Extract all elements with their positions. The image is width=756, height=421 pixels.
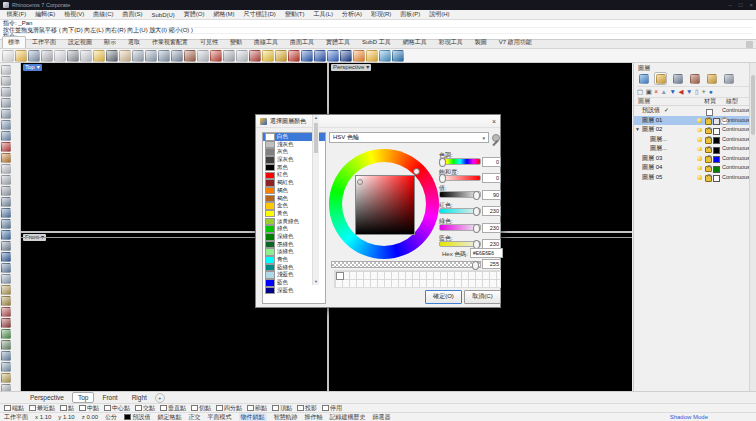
sidebar-tool-icon[interactable] (1, 362, 11, 372)
panel-tab[interactable] (637, 72, 650, 85)
sv-marker[interactable] (357, 179, 363, 185)
status-bar-item[interactable]: 操作軸 (305, 413, 323, 421)
toolbar-tab[interactable]: 變動 (224, 36, 248, 48)
toolbar-icon[interactable] (41, 50, 53, 62)
menu-item[interactable]: 面板(P) (396, 10, 425, 19)
slider-knob[interactable] (439, 174, 446, 183)
layer-linetype[interactable]: Continuous (722, 116, 750, 126)
checkbox[interactable] (297, 405, 304, 412)
toolbar-tab[interactable]: 網格工具 (397, 36, 433, 48)
slider-value-field[interactable]: 230 (482, 206, 501, 216)
toolbar-tab[interactable]: 顯示 (98, 36, 122, 48)
menu-item[interactable]: 檢視(V) (60, 10, 89, 19)
layers-tool-icon[interactable]: × (654, 88, 658, 96)
toolbar-icon[interactable] (249, 50, 261, 62)
viewport-label-top[interactable]: Top ▾ (23, 64, 42, 71)
layers-tool-icon[interactable]: ▣ (646, 88, 652, 96)
checkbox[interactable] (247, 405, 254, 412)
lock-icon[interactable] (705, 118, 712, 125)
layer-color-swatch[interactable] (713, 175, 720, 182)
panel-tab[interactable] (671, 72, 684, 85)
toolbar-icon[interactable] (353, 50, 365, 62)
menu-item[interactable]: 說明(H) (425, 10, 454, 19)
dialog-title-bar[interactable]: 選擇圖層顏色 × (256, 115, 500, 128)
toolbar-tab[interactable]: 曲線工具 (248, 36, 284, 48)
toolbar-tab[interactable]: 曲面工具 (284, 36, 320, 48)
menu-item[interactable]: 工具(L) (309, 10, 337, 19)
color-model-dropdown[interactable]: HSV 色輪 ▾ (329, 132, 489, 143)
scrollbar-thumb[interactable] (751, 75, 755, 135)
visibility-bulb-icon[interactable] (697, 147, 702, 152)
layers-tool-icon[interactable]: ✦ (701, 88, 706, 96)
menu-item[interactable]: 彩現(R) (366, 10, 395, 19)
lock-icon[interactable] (705, 128, 712, 135)
layer-linetype[interactable]: Continuous (722, 144, 750, 154)
checkbox[interactable] (191, 405, 198, 412)
slider-track[interactable] (439, 241, 481, 248)
sidebar-tool-icon[interactable] (1, 120, 11, 130)
toolbar-tab[interactable]: 選取 (122, 36, 146, 48)
checkbox[interactable] (60, 405, 67, 412)
sidebar-tool-icon[interactable] (1, 164, 11, 174)
sidebar-tool-icon[interactable] (1, 274, 11, 284)
panel-tab[interactable] (705, 72, 718, 85)
layer-row[interactable]: 圖層 04 Continuous (634, 163, 751, 173)
layer-color-swatch[interactable] (713, 156, 720, 163)
slider-track[interactable] (439, 208, 481, 215)
panel-tab[interactable] (688, 72, 701, 85)
named-color-item[interactable]: 深藍色 (263, 287, 325, 295)
scroll-down-icon[interactable]: ▼ (313, 279, 319, 285)
toolbar-tab[interactable]: SubD 工具 (356, 36, 397, 48)
layers-tool-icon[interactable]: ▼ (670, 88, 676, 96)
sidebar-tool-icon[interactable] (1, 329, 11, 339)
lock-icon[interactable] (705, 147, 712, 154)
layer-color-swatch[interactable] (713, 118, 720, 125)
status-bar-item[interactable]: 正交 (189, 413, 201, 421)
toolbar-icon[interactable] (366, 50, 378, 62)
sidebar-tool-icon[interactable] (1, 285, 11, 295)
custom-color-swatch-grid[interactable] (334, 270, 501, 288)
lock-icon[interactable] (705, 166, 712, 173)
panel-tab[interactable] (722, 72, 735, 85)
slider-track[interactable] (439, 158, 481, 165)
menu-item[interactable]: 曲線(C) (89, 10, 118, 19)
layer-linetype[interactable]: Continuous (722, 154, 750, 164)
layer-linetype[interactable]: Continuous (722, 173, 750, 183)
expand-arrow-icon[interactable]: ▼ (635, 125, 641, 135)
layer-row[interactable]: 圖層 03 Continuous (634, 154, 751, 164)
layer-row[interactable]: 圖層... Continuous (634, 144, 751, 154)
viewport-tab[interactable]: Top (72, 392, 94, 403)
toolbar-tab[interactable]: 作業視窗配置 (146, 36, 194, 48)
status-bar-item[interactable]: 物件鎖點 (239, 413, 267, 421)
close-button[interactable]: × (749, 2, 753, 8)
sidebar-tool-icon[interactable] (1, 109, 11, 119)
alpha-slider-knob[interactable] (472, 261, 479, 270)
status-bar-item[interactable]: 預設值 (124, 413, 151, 421)
scrollbar-thumb[interactable] (314, 123, 318, 153)
toolbar-tab[interactable]: 可見性 (194, 36, 224, 48)
sidebar-tool-icon[interactable] (1, 351, 11, 361)
layer-color-swatch[interactable] (713, 166, 720, 173)
slider-track[interactable] (439, 191, 481, 198)
new-viewport-tab-icon[interactable]: + (155, 393, 165, 403)
toolbar-icon[interactable] (327, 50, 339, 62)
status-bar-item[interactable]: 平面模式 (208, 413, 232, 421)
status-bar-item[interactable]: 記錄建構歷史 (330, 413, 366, 421)
toolbar-icon[interactable] (275, 50, 287, 62)
layer-row[interactable]: 圖層 01 Continuous (634, 116, 751, 126)
ok-button[interactable]: 確定(O) (425, 290, 462, 304)
sidebar-tool-icon[interactable] (1, 87, 11, 97)
status-bar-item[interactable]: 篩選器 (373, 413, 391, 421)
layer-linetype[interactable]: Continuous (722, 163, 750, 173)
minimize-button[interactable]: – (729, 2, 732, 8)
menu-item[interactable]: SubD(U) (147, 12, 179, 18)
layer-row[interactable]: 圖層 05 Continuous (634, 173, 751, 183)
sidebar-tool-icon[interactable] (1, 318, 11, 328)
visibility-bulb-icon[interactable] (697, 137, 702, 142)
sidebar-tool-icon[interactable] (1, 208, 11, 218)
sidebar-tool-icon[interactable] (1, 142, 11, 152)
menu-item[interactable]: 曲面(S) (118, 10, 147, 19)
menu-item[interactable]: 編輯(E) (31, 10, 60, 19)
toolbar-icon[interactable] (2, 50, 14, 62)
sidebar-tool-icon[interactable] (1, 76, 11, 86)
